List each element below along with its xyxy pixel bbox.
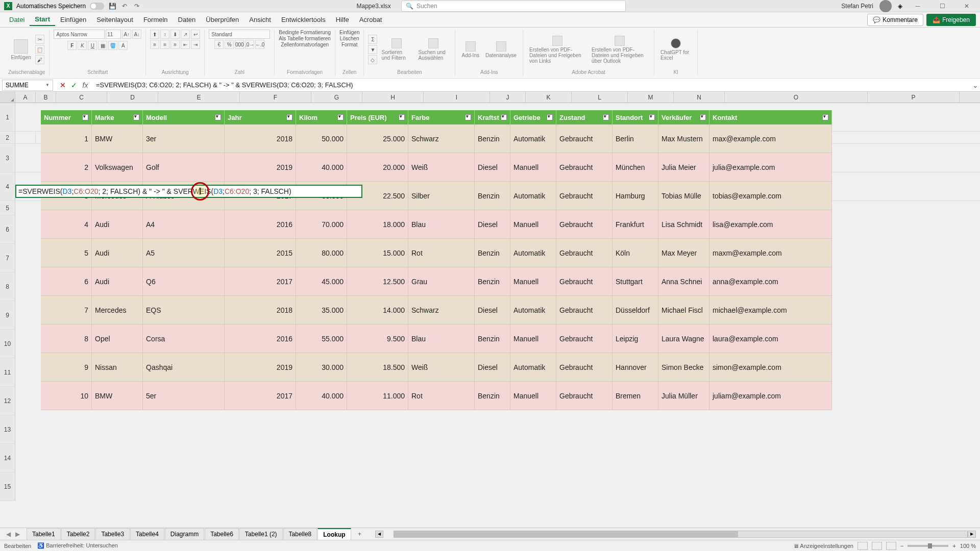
cell-kraft[interactable]: Benzin — [475, 124, 510, 153]
th-nummer[interactable]: Nummer — [41, 110, 92, 124]
minimize-button[interactable]: ─ — [909, 0, 927, 12]
cell-kontakt[interactable]: maxm@example.com — [709, 239, 832, 267]
table-row[interactable]: 2VolkswagenGolf201940.00020.000WeißDiese… — [41, 153, 832, 182]
cell-n[interactable]: 7 — [41, 296, 92, 324]
cell-modell[interactable]: Golf — [143, 153, 225, 182]
cell-getriebe[interactable]: Automatik — [510, 296, 556, 324]
cell-preis[interactable]: 15.000 — [347, 239, 408, 267]
cell-kraft[interactable]: Benzin — [475, 324, 510, 353]
col-header-E[interactable]: E — [158, 92, 240, 103]
menu-formeln[interactable]: Formeln — [138, 14, 173, 26]
cell-standort[interactable]: Leipzig — [612, 324, 658, 353]
cell-zustand[interactable]: Gebraucht — [556, 324, 612, 353]
cell-farbe[interactable]: Grau — [408, 267, 475, 296]
display-settings-button[interactable]: 🖥 Anzeigeeinstellungen — [793, 543, 853, 549]
cell-farbe[interactable]: Silber — [408, 182, 475, 210]
cell-zustand[interactable]: Gebraucht — [556, 353, 612, 382]
menu-daten[interactable]: Daten — [173, 14, 201, 26]
cell-modell[interactable]: EQS — [143, 296, 225, 324]
cell-zustand[interactable]: Gebraucht — [556, 124, 612, 153]
border-icon[interactable]: ▦ — [98, 41, 107, 50]
menu-datei[interactable]: Datei — [4, 14, 30, 26]
cell-kraft[interactable]: Diesel — [475, 296, 510, 324]
cell-preis[interactable]: 12.500 — [347, 267, 408, 296]
cell-farbe[interactable]: Rot — [408, 382, 475, 410]
cell-kontakt[interactable]: anna@example.com — [709, 267, 832, 296]
cell-jahr[interactable]: 2017 — [225, 267, 296, 296]
diamond-icon[interactable]: ◈ — [898, 3, 902, 10]
align-top-icon[interactable]: ⬆ — [150, 30, 159, 39]
cell-standort[interactable]: München — [612, 153, 658, 182]
conditional-formatting-button[interactable]: Bedingte Formatierung — [279, 30, 331, 35]
col-header-P[interactable]: P — [868, 92, 960, 103]
cell-kraft[interactable]: Diesel — [475, 153, 510, 182]
cell-jahr[interactable]: 2018 — [225, 296, 296, 324]
table-row[interactable]: 6AudiQ6201745.00012.500GrauBenzinManuell… — [41, 267, 832, 296]
col-header-J[interactable]: J — [490, 92, 526, 103]
cell-verk[interactable]: Lisa Schmidt — [658, 210, 709, 239]
menu-einfuegen[interactable]: Einfügen — [55, 14, 91, 26]
underline-button[interactable]: U — [88, 41, 97, 50]
cell-preis[interactable]: 18.000 — [347, 210, 408, 239]
cell-km[interactable]: 80.000 — [296, 239, 347, 267]
cell-editing-E3[interactable]: =SVERWEIS(D3; C6:O20; 2; FALSCH) & " -> … — [15, 185, 362, 198]
cell-n[interactable]: 10 — [41, 382, 92, 410]
col-header-D[interactable]: D — [107, 92, 158, 103]
menu-hilfe[interactable]: Hilfe — [331, 14, 354, 26]
cell-kontakt[interactable]: tobias@example.com — [709, 182, 832, 210]
col-header-C[interactable]: C — [56, 92, 107, 103]
addins-button[interactable]: Add-Ins — [459, 40, 481, 59]
orientation-icon[interactable]: ↗ — [181, 30, 190, 39]
cell-jahr[interactable]: 2016 — [225, 210, 296, 239]
align-center-icon[interactable]: ≡ — [160, 40, 169, 49]
table-row[interactable]: 5AudiA5201580.00015.000RotBenzinAutomati… — [41, 239, 832, 267]
col-header-L[interactable]: L — [572, 92, 628, 103]
fill-color-icon[interactable]: 🪣 — [108, 41, 117, 50]
cell-zustand[interactable]: Gebraucht — [556, 182, 612, 210]
cell-kontakt[interactable]: lisa@example.com — [709, 210, 832, 239]
cell-verk[interactable]: Max Meyer — [658, 239, 709, 267]
number-format-select[interactable] — [209, 30, 270, 39]
cell-jahr[interactable]: 2017 — [225, 382, 296, 410]
col-header-A[interactable]: A — [15, 92, 36, 103]
filter-icon[interactable] — [133, 114, 139, 120]
cell-getriebe[interactable]: Manuell — [510, 210, 556, 239]
align-middle-icon[interactable]: ↕ — [160, 30, 169, 39]
table-row[interactable]: 10BMW5er201740.00011.000RotBenzinManuell… — [41, 382, 832, 410]
table-row[interactable]: 9NissanQashqai201930.00018.500WeißDiesel… — [41, 353, 832, 382]
row-header-12[interactable]: 12 — [0, 387, 15, 415]
cell-modell[interactable]: A5 — [143, 239, 225, 267]
dec-decimal-icon[interactable]: ←.0 — [255, 40, 264, 49]
chatgpt-button[interactable]: ChatGPT for Excel — [658, 37, 693, 62]
filter-icon[interactable] — [547, 114, 553, 120]
currency-icon[interactable]: € — [214, 40, 224, 49]
th-kilometer[interactable]: Kilom — [296, 110, 347, 124]
table-row[interactable]: 4AudiA4201670.00018.000BlauDieselManuell… — [41, 210, 832, 239]
accept-formula-button[interactable]: ✓ — [69, 81, 79, 90]
horizontal-scrollbar[interactable] — [394, 531, 968, 538]
filter-icon[interactable] — [215, 114, 221, 120]
format-as-table-button[interactable]: Als Tabelle formatieren — [279, 36, 331, 41]
expand-formula-icon[interactable]: ⌄ — [971, 81, 980, 89]
sort-filter-button[interactable]: Sortieren und Filtern — [379, 37, 414, 62]
cell-standort[interactable]: Köln — [612, 239, 658, 267]
row-header-1[interactable]: 1 — [0, 103, 15, 132]
comments-button[interactable]: 💬 Kommentare — [867, 14, 923, 26]
cell-getriebe[interactable]: Manuell — [510, 382, 556, 410]
row-header-10[interactable]: 10 — [0, 330, 15, 358]
row-header-2[interactable]: 2 — [0, 132, 15, 144]
pdf-link-button[interactable]: Erstellen von PDF-Dateien und Freigeben … — [527, 35, 587, 65]
sheet-tab[interactable]: Tabelle8 — [283, 528, 317, 540]
cell-n[interactable]: 8 — [41, 324, 92, 353]
cell-verk[interactable]: Anna Schnei — [658, 267, 709, 296]
menu-start[interactable]: Start — [30, 13, 55, 26]
font-size-select[interactable] — [106, 30, 121, 39]
sheet-tab[interactable]: Tabelle1 — [27, 528, 61, 540]
wrap-text-icon[interactable]: ↩ — [191, 30, 200, 39]
clear-icon[interactable]: ◇ — [368, 55, 377, 64]
grow-font-icon[interactable]: A↑ — [122, 30, 131, 39]
th-zustand[interactable]: Zustand — [556, 110, 612, 124]
avatar[interactable] — [879, 0, 892, 12]
sheet-tab[interactable]: Tabelle4 — [130, 528, 164, 540]
row-header-14[interactable]: 14 — [0, 444, 15, 472]
